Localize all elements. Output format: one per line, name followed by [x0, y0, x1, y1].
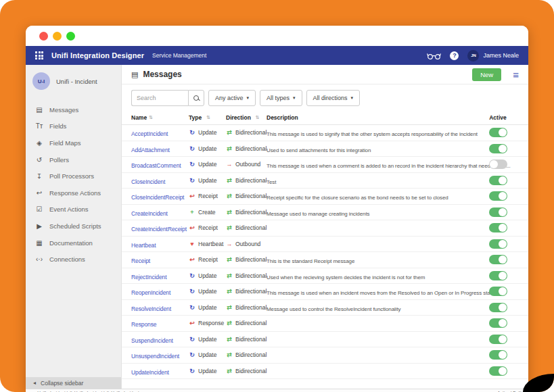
search-button[interactable]: [188, 90, 204, 106]
help-icon[interactable]: ?: [450, 51, 459, 60]
column-header-direction[interactable]: Direction⇅: [226, 114, 267, 121]
sidebar-item-icon: ☑: [34, 205, 44, 213]
list-menu-icon[interactable]: ≡: [513, 70, 519, 80]
type-label: Receipt: [198, 193, 218, 199]
column-header-type[interactable]: Type⇅: [189, 114, 226, 121]
active-toggle[interactable]: [489, 176, 507, 185]
active-toggle[interactable]: [489, 160, 507, 169]
sidebar-item-field-maps[interactable]: ◈ Field Maps: [26, 134, 121, 151]
direction-label: Bidirectional: [235, 256, 267, 263]
sidebar-item-response-actions[interactable]: ↩ Response Actions: [26, 185, 121, 201]
direction-cell: ⇄ Bidirectional: [226, 272, 267, 279]
type-icon: ↻: [189, 336, 195, 343]
integration-avatar: U-I: [32, 72, 50, 90]
direction-icon: ⇄: [226, 209, 233, 216]
active-toggle[interactable]: [489, 144, 507, 153]
sidebar-item-documentation[interactable]: ▦ Documentation: [26, 235, 121, 251]
type-icon: ↻: [189, 145, 195, 152]
active-toggle[interactable]: [489, 207, 507, 217]
new-button[interactable]: New: [472, 68, 501, 81]
type-label: Receipt: [198, 224, 218, 231]
sidebar-item-poll-processors[interactable]: ↧ Poll Processors: [26, 168, 121, 185]
active-toggle[interactable]: [489, 128, 507, 137]
table-row: SuspendIncident ↻ Update ⇄ Bidirectional: [122, 332, 528, 348]
active-toggle[interactable]: [489, 303, 507, 312]
message-name-link[interactable]: Heartbeat: [131, 242, 156, 249]
message-name-link[interactable]: BroadcastComment: [131, 162, 181, 169]
sort-icon: ⇅: [149, 115, 153, 120]
type-cell: + Create: [189, 209, 226, 216]
message-name-link[interactable]: ResolveIncident: [131, 305, 171, 312]
active-toggle[interactable]: [489, 335, 507, 344]
desktop-background: Unifi Integration Designer Service Manag…: [0, 0, 554, 392]
message-name-link[interactable]: CreateIncident: [131, 210, 168, 217]
direction-cell: ⇄ Bidirectional: [226, 256, 267, 263]
active-toggle[interactable]: [489, 255, 507, 264]
message-name-link[interactable]: UnsuspendIncident: [131, 353, 179, 360]
table-row: AcceptIncident ↻ Update ⇄ Bidirectional …: [122, 125, 528, 141]
sidebar-item-label: Connections: [49, 255, 85, 263]
user-avatar: JN: [467, 50, 479, 62]
column-header-name[interactable]: Name⇅: [131, 114, 189, 121]
active-toggle[interactable]: [489, 318, 507, 328]
active-filter-dropdown[interactable]: Any active ▾: [208, 90, 256, 106]
description-cell: This is the standard Receipt message: [267, 258, 354, 264]
direction-cell: ⇄ Bidirectional: [226, 336, 267, 343]
type-cell: ↻ Update: [189, 351, 226, 358]
table-row: CreateIncidentReceipt ↩ Receipt ⇄ Bidire…: [122, 220, 528, 237]
type-filter-dropdown[interactable]: All types ▾: [260, 90, 302, 106]
active-toggle[interactable]: [489, 239, 507, 249]
type-label: Update: [198, 177, 216, 184]
collapse-sidebar-button[interactable]: ◂ Collapse sidebar: [26, 377, 121, 389]
sidebar-item-fields[interactable]: Tт Fields: [26, 118, 121, 135]
table-row: Heartbeat ♥ Heartbeat → Outbound: [122, 237, 528, 253]
app-grid-icon[interactable]: [35, 51, 43, 59]
sidebar-item-event-actions[interactable]: ☑ Event Actions: [26, 201, 121, 218]
sidebar-item-connections[interactable]: ‹·› Connections: [26, 251, 121, 268]
direction-cell: → Outbound: [226, 161, 267, 168]
sidebar-item-scheduled-scripts[interactable]: ▶ Scheduled Scripts: [26, 218, 121, 235]
direction-filter-dropdown[interactable]: All directions ▾: [306, 90, 361, 106]
status-bar: ⊞ Unifi - Incident | ⚙ Unifi - Incident …: [26, 389, 528, 392]
message-name-link[interactable]: CloseIncident: [131, 178, 165, 185]
minimize-window-button[interactable]: [53, 32, 62, 41]
sidebar-item-label: Response Actions: [49, 189, 101, 197]
active-toggle[interactable]: [489, 223, 507, 232]
active-toggle[interactable]: [489, 191, 507, 201]
active-toggle[interactable]: [489, 271, 507, 280]
direction-label: Bidirectional: [235, 304, 267, 311]
close-window-button[interactable]: [39, 32, 48, 41]
user-menu[interactable]: JN James Neale: [467, 50, 519, 62]
sidebar-item-pollers[interactable]: ↺ Pollers: [26, 151, 121, 168]
message-name-link[interactable]: SuspendIncident: [131, 337, 173, 344]
search-input[interactable]: [131, 90, 188, 106]
message-name-link[interactable]: ReopenIncident: [131, 289, 170, 296]
type-icon: ↩: [189, 193, 195, 199]
direction-cell: ⇄ Bidirectional: [226, 145, 267, 152]
active-toggle[interactable]: [489, 287, 507, 296]
integration-name: Unifi - Incident: [56, 78, 97, 85]
type-cell: ↩ Receipt: [189, 224, 226, 231]
direction-icon: ⇄: [226, 193, 233, 199]
message-name-link[interactable]: AddAttachment: [131, 147, 170, 153]
message-name-link[interactable]: Response: [131, 321, 156, 328]
sidebar-item-icon: Tт: [34, 122, 44, 130]
integration-header[interactable]: U-I Unifi - Incident: [26, 65, 121, 96]
message-name-link[interactable]: Receipt: [131, 258, 150, 264]
message-name-link[interactable]: UpdateIncident: [131, 369, 169, 376]
message-name-link[interactable]: AcceptIncident: [131, 130, 168, 137]
active-toggle[interactable]: [489, 350, 507, 360]
direction-label: Bidirectional: [235, 129, 267, 136]
table-row: UpdateIncident ↻ Update ⇄ Bidirectional: [122, 364, 528, 380]
search-icon: [193, 95, 199, 101]
message-name-link[interactable]: RejectIncident: [131, 274, 166, 280]
message-name-link[interactable]: CreateIncidentReceipt: [131, 226, 187, 232]
direction-icon: ⇄: [226, 304, 233, 311]
active-toggle[interactable]: [489, 366, 507, 376]
message-name-link[interactable]: CloseIncidentReceipt: [131, 194, 184, 201]
glasses-icon[interactable]: [427, 51, 441, 60]
type-icon: ↩: [189, 320, 195, 326]
sidebar-item-messages[interactable]: ▤ Messages: [26, 101, 121, 118]
maximize-window-button[interactable]: [66, 32, 75, 41]
type-icon: ↻: [189, 304, 195, 311]
